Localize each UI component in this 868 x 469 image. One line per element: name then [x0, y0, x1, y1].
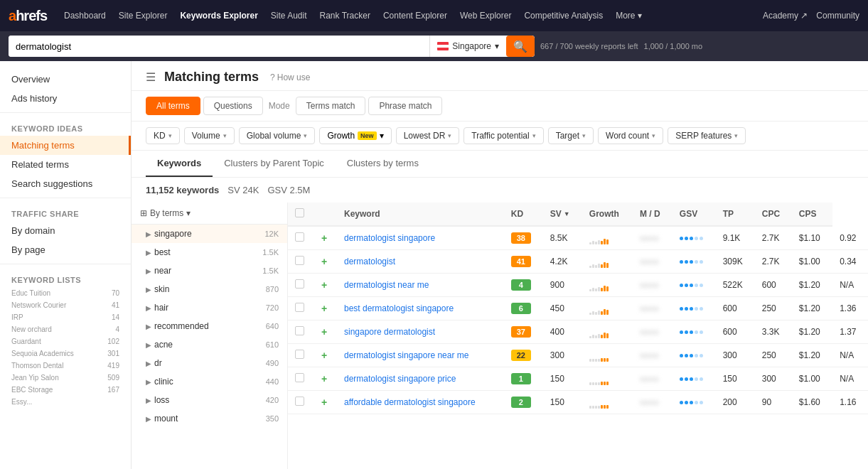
list-item-guardant[interactable]: Guardant102	[0, 335, 131, 347]
list-item-new-orchard[interactable]: New orchard4	[0, 323, 131, 335]
add-keyword-button[interactable]: +	[318, 373, 330, 384]
row-checkbox-6[interactable]	[295, 373, 304, 382]
chevron-down-icon: ▾	[582, 132, 586, 139]
keyword-link[interactable]: dermatologist near me	[344, 280, 429, 290]
list-item-thomson[interactable]: Thomson Dental419	[0, 360, 131, 372]
group-by-button[interactable]: ⊞ By terms ▾	[132, 203, 287, 225]
nav-academy[interactable]: Academy ↗	[763, 11, 808, 21]
row-checkbox-2[interactable]	[295, 279, 304, 289]
nav-keywords-explorer[interactable]: Keywords Explorer	[174, 8, 263, 23]
cps-cell: 1.16	[832, 391, 868, 414]
md-cell	[673, 226, 716, 250]
sidebar-item-search-suggestions[interactable]: Search suggestions	[0, 174, 131, 193]
col-cpc: CPC	[755, 203, 792, 226]
sidebar-item-by-page[interactable]: By page	[0, 240, 131, 259]
row-checkbox-5[interactable]	[295, 350, 304, 359]
group-row-singapore[interactable]: ▶singapore 12K	[132, 225, 287, 243]
search-button[interactable]: 🔍	[506, 36, 535, 57]
how-use-link[interactable]: ? How use	[270, 72, 310, 82]
sidebar-item-matching-terms[interactable]: Matching terms	[0, 136, 131, 155]
row-checkbox-7[interactable]	[295, 397, 304, 406]
cpc-cell: $1.20	[792, 274, 832, 297]
add-keyword-button[interactable]: +	[318, 232, 330, 244]
group-row-hair[interactable]: ▶hair 720	[132, 298, 287, 317]
sidebar-item-ads-history[interactable]: Ads history	[0, 89, 131, 108]
filter-volume[interactable]: Volume ▾	[184, 127, 235, 144]
tab-clusters-parent[interactable]: Clusters by Parent Topic	[213, 151, 336, 177]
group-row-mount[interactable]: ▶mount 350	[132, 409, 287, 428]
tab-keywords[interactable]: Keywords	[146, 151, 213, 177]
nav-site-explorer[interactable]: Site Explorer	[113, 8, 173, 23]
growth-cell	[582, 274, 633, 297]
nav-web-explorer[interactable]: Web Explorer	[454, 8, 517, 23]
nav-content-explorer[interactable]: Content Explorer	[377, 8, 453, 23]
nav-more[interactable]: More ▾	[610, 8, 648, 23]
row-checkbox-4[interactable]	[295, 326, 304, 335]
filter-target[interactable]: Target ▾	[548, 127, 594, 144]
group-row-dr[interactable]: ▶dr 490	[132, 354, 287, 372]
gsv-cell: 600	[716, 320, 755, 344]
filter-global-volume[interactable]: Global volume ▾	[239, 127, 316, 144]
country-selector[interactable]: Singapore ▾	[429, 36, 506, 57]
nav-dashboard[interactable]: Dashboard	[58, 8, 112, 23]
select-all-checkbox[interactable]	[295, 208, 304, 217]
search-input[interactable]	[9, 36, 429, 57]
growth-cell	[582, 226, 633, 250]
group-row-loss[interactable]: ▶loss 420	[132, 391, 287, 409]
group-row-best[interactable]: ▶best 1.5K	[132, 243, 287, 262]
add-keyword-button[interactable]: +	[318, 350, 330, 361]
tab-all-terms[interactable]: All terms	[146, 97, 200, 115]
filter-kd[interactable]: KD ▾	[146, 127, 180, 144]
tp-cell: 600	[755, 274, 792, 297]
col-kd[interactable]: KD	[504, 203, 543, 226]
list-item-irp[interactable]: IRP14	[0, 311, 131, 323]
group-row-acne[interactable]: ▶acne 610	[132, 335, 287, 354]
filter-growth[interactable]: Growth New ▾	[319, 127, 391, 144]
group-row-clinic[interactable]: ▶clinic 440	[132, 372, 287, 391]
keyword-link[interactable]: singapore dermatologist	[344, 327, 435, 337]
menu-icon[interactable]: ☰	[146, 70, 156, 84]
nav-community[interactable]: Community	[816, 11, 859, 21]
filter-lowest-dr[interactable]: Lowest DR ▾	[396, 127, 460, 144]
logo[interactable]: ahrefs	[9, 8, 47, 24]
row-checkbox-3[interactable]	[295, 303, 304, 312]
sidebar-item-by-domain[interactable]: By domain	[0, 221, 131, 240]
tab-clusters-terms[interactable]: Clusters by terms	[336, 151, 430, 177]
keyword-link[interactable]: best dermatologist singapore	[344, 303, 454, 313]
row-checkbox-1[interactable]	[295, 256, 304, 265]
tab-questions[interactable]: Questions	[203, 97, 263, 115]
keyword-link[interactable]: dermatologist singapore near me	[344, 350, 468, 360]
list-item-sequoia[interactable]: Sequoia Academics301	[0, 347, 131, 360]
sidebar-item-overview[interactable]: Overview	[0, 70, 131, 89]
add-keyword-button[interactable]: +	[318, 256, 330, 267]
tab-phrase-match[interactable]: Phrase match	[368, 97, 442, 115]
group-row-recommended[interactable]: ▶recommended 640	[132, 317, 287, 335]
group-row-skin[interactable]: ▶skin 870	[132, 280, 287, 298]
keyword-link[interactable]: dermatologist singapore price	[344, 374, 456, 384]
row-checkbox-0[interactable]	[295, 232, 304, 242]
filter-word-count[interactable]: Word count ▾	[598, 127, 663, 144]
cpc-cell: $1.10	[792, 226, 832, 250]
add-keyword-button[interactable]: +	[318, 303, 330, 314]
add-keyword-button[interactable]: +	[318, 326, 330, 338]
tab-terms-match[interactable]: Terms match	[296, 97, 366, 115]
list-item-ebc[interactable]: EBC Storage167	[0, 384, 131, 396]
add-keyword-button[interactable]: +	[318, 279, 330, 291]
md-cell	[673, 391, 716, 414]
nav-site-audit[interactable]: Site Audit	[265, 8, 313, 23]
nav-rank-tracker[interactable]: Rank Tracker	[314, 8, 376, 23]
keyword-link[interactable]: affordable dermatologist singapore	[344, 397, 476, 407]
group-row-near[interactable]: ▶near 1.5K	[132, 262, 287, 280]
list-item-netswork[interactable]: Netswork Courier41	[0, 299, 131, 311]
add-keyword-button[interactable]: +	[318, 397, 330, 408]
keyword-link[interactable]: dermatologist singapore	[344, 233, 435, 243]
list-item-educ[interactable]: Educ Tuition70	[0, 287, 131, 299]
sidebar-item-related-terms[interactable]: Related terms	[0, 155, 131, 174]
filter-traffic-potential[interactable]: Traffic potential ▾	[464, 127, 543, 144]
col-sv[interactable]: SV▼	[543, 203, 582, 226]
nav-competitive-analysis[interactable]: Competitive Analysis	[518, 8, 609, 23]
list-item-essy[interactable]: Essy...	[0, 396, 131, 408]
list-item-jean-yip[interactable]: Jean Yip Salon509	[0, 372, 131, 384]
keyword-link[interactable]: dermatologist	[344, 257, 395, 266]
filter-serp-features[interactable]: SERP features ▾	[668, 127, 746, 144]
